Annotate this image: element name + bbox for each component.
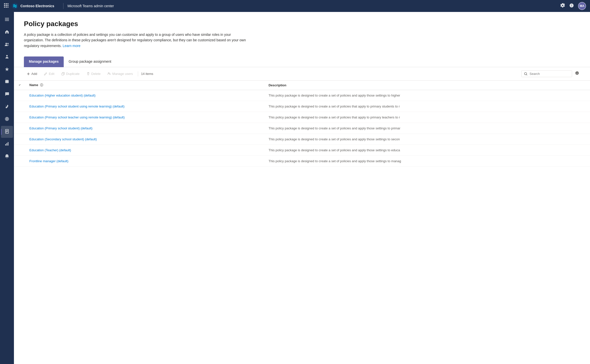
help-icon[interactable] <box>569 3 574 9</box>
toolbar: Add Edit Duplicate Delete <box>14 67 590 81</box>
row-name-link-3[interactable]: Education (Primary school student) (defa… <box>29 126 93 130</box>
manage-users-button[interactable]: Manage users <box>105 70 136 77</box>
teams-icon <box>5 54 9 60</box>
svg-rect-24 <box>6 130 8 131</box>
row-desc-text-6: This policy package is designed to creat… <box>268 159 401 163</box>
row-checkbox-1[interactable] <box>14 101 25 112</box>
th-checkbox[interactable] <box>14 81 25 90</box>
locations-icon <box>5 117 9 122</box>
row-description-2: This policy package is designed to creat… <box>265 112 590 123</box>
svg-rect-17 <box>6 80 6 81</box>
sidebar-item-menu[interactable] <box>1 14 13 26</box>
row-name-0: Education (Higher education student) (de… <box>25 90 265 101</box>
topbar-right: MA <box>560 2 586 10</box>
messaging-icon <box>5 92 9 98</box>
users-icon <box>5 42 9 48</box>
row-name-link-1[interactable]: Education (Primary school student using … <box>29 104 124 108</box>
sidebar-item-locations[interactable] <box>1 113 13 125</box>
row-checkbox-4[interactable] <box>14 134 25 145</box>
avatar[interactable]: MA <box>578 2 586 10</box>
svg-point-13 <box>5 43 7 44</box>
add-button[interactable]: Add <box>24 70 40 77</box>
sidebar-item-analytics[interactable] <box>1 138 13 150</box>
sidebar-item-meetings[interactable] <box>1 76 13 88</box>
tab-manage-packages[interactable]: Manage packages <box>24 56 64 67</box>
sidebar-item-notifications[interactable] <box>1 151 13 163</box>
search-input[interactable] <box>530 72 569 76</box>
policy-table: Name ⓘ Description Education (Higher edu… <box>14 81 590 167</box>
sidebar-item-voice[interactable] <box>1 101 13 113</box>
svg-rect-5 <box>7 5 8 6</box>
row-description-6: This policy package is designed to creat… <box>265 156 590 167</box>
row-desc-text-1: This policy package is designed to creat… <box>268 104 400 108</box>
row-name-3: Education (Primary school student) (defa… <box>25 123 265 134</box>
sidebar-item-users[interactable] <box>1 39 13 51</box>
row-desc-text-4: This policy package is designed to creat… <box>268 137 400 141</box>
learn-more-link[interactable]: Learn more <box>63 44 81 48</box>
page-title: Policy packages <box>24 20 580 28</box>
row-checkbox-2[interactable] <box>14 112 25 123</box>
table-row: Education (Secondary school student) (de… <box>14 134 590 145</box>
policy-icon <box>5 129 9 135</box>
row-name-link-0[interactable]: Education (Higher education student) (de… <box>29 94 96 97</box>
row-desc-text-3: This policy package is designed to creat… <box>268 126 400 130</box>
sidebar-item-policy[interactable] <box>1 126 13 138</box>
table-row: Education (Primary school student) (defa… <box>14 123 590 134</box>
row-name-link-5[interactable]: Education (Teacher) (default) <box>29 148 71 152</box>
svg-rect-30 <box>62 73 64 75</box>
svg-rect-1 <box>6 3 7 4</box>
delete-label: Delete <box>91 72 101 76</box>
sidebar-item-home[interactable] <box>1 26 13 38</box>
row-name-2: Education (Primary school teacher using … <box>25 112 265 123</box>
svg-rect-7 <box>6 7 7 8</box>
search-box[interactable] <box>521 70 572 77</box>
table-container: Name ⓘ Description Education (Higher edu… <box>14 81 590 364</box>
toolbar-right <box>521 70 580 77</box>
row-checkbox-0[interactable] <box>14 90 25 101</box>
svg-rect-27 <box>5 144 6 146</box>
row-checkbox-6[interactable] <box>14 156 25 167</box>
th-name[interactable]: Name ⓘ <box>25 81 265 90</box>
sidebar-item-messaging[interactable] <box>1 89 13 101</box>
settings-icon[interactable] <box>560 3 565 9</box>
column-settings-button[interactable] <box>574 70 580 77</box>
notifications-icon <box>5 154 9 160</box>
row-name-link-4[interactable]: Education (Secondary school student) (de… <box>29 137 97 141</box>
th-description-label: Description <box>268 83 286 87</box>
sidebar-item-teams[interactable] <box>1 51 13 63</box>
svg-rect-3 <box>4 5 5 6</box>
row-description-1: This policy package is designed to creat… <box>265 101 590 112</box>
toolbar-separator <box>138 71 138 76</box>
row-name-link-2[interactable]: Education (Primary school teacher using … <box>29 115 125 119</box>
th-name-label: Name <box>29 83 38 87</box>
svg-point-32 <box>525 72 527 75</box>
row-checkbox-5[interactable] <box>14 145 25 156</box>
svg-rect-29 <box>8 142 8 146</box>
edit-button[interactable]: Edit <box>41 70 57 77</box>
row-desc-text-5: This policy package is designed to creat… <box>268 148 400 152</box>
info-icon[interactable]: ⓘ <box>40 83 43 87</box>
table-row: Frontline manager (default) This policy … <box>14 156 590 167</box>
topbar-divider <box>63 3 63 9</box>
grid-icon[interactable] <box>4 3 8 9</box>
delete-button[interactable]: Delete <box>84 70 104 77</box>
manage-users-label: Manage users <box>112 72 133 76</box>
row-name-link-6[interactable]: Frontline manager (default) <box>29 159 68 163</box>
topbar-logo: Contoso Electronics <box>11 2 54 9</box>
svg-point-14 <box>7 43 9 44</box>
layout: Policy packages A policy package is a co… <box>0 12 590 364</box>
svg-rect-25 <box>6 131 8 132</box>
tab-group-assignment[interactable]: Group package assignment <box>64 56 116 67</box>
row-description-0: This policy package is designed to creat… <box>265 90 590 101</box>
sidebar-item-apps[interactable] <box>1 64 13 76</box>
row-checkbox-3[interactable] <box>14 123 25 134</box>
svg-rect-6 <box>4 7 5 8</box>
analytics-icon <box>5 142 9 147</box>
menu-icon <box>5 17 9 23</box>
svg-rect-8 <box>7 7 8 8</box>
row-name-6: Frontline manager (default) <box>25 156 265 167</box>
edit-label: Edit <box>49 72 54 76</box>
duplicate-button[interactable]: Duplicate <box>58 70 83 77</box>
duplicate-label: Duplicate <box>66 72 80 76</box>
row-name-4: Education (Secondary school student) (de… <box>25 134 265 145</box>
